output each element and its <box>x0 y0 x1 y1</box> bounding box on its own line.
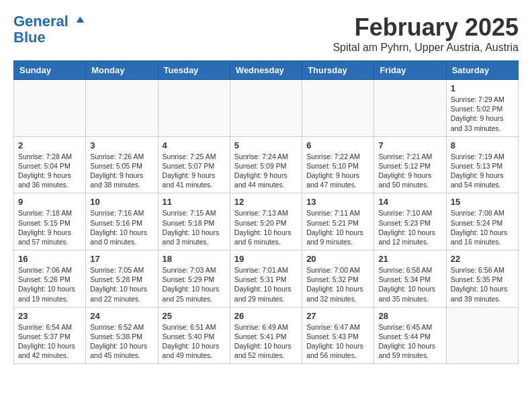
day-info: Sunrise: 6:49 AM Sunset: 5:41 PM Dayligh… <box>234 322 298 361</box>
day-number: 16 <box>18 254 81 264</box>
calendar-cell: 16Sunrise: 7:06 AM Sunset: 5:26 PM Dayli… <box>14 250 86 308</box>
calendar-cell: 10Sunrise: 7:16 AM Sunset: 5:16 PM Dayli… <box>86 193 158 250</box>
calendar-cell: 20Sunrise: 7:00 AM Sunset: 5:32 PM Dayli… <box>302 250 374 308</box>
day-number: 21 <box>378 254 441 264</box>
day-number: 4 <box>163 140 226 150</box>
calendar-cell <box>302 80 374 137</box>
title-block: February 2025 Spital am Pyhrn, Upper Aus… <box>332 13 519 54</box>
day-number: 22 <box>451 254 514 264</box>
day-number: 8 <box>451 140 514 150</box>
calendar-cell: 4Sunrise: 7:25 AM Sunset: 5:07 PM Daylig… <box>158 136 230 193</box>
week-row-5: 23Sunrise: 6:54 AM Sunset: 5:37 PM Dayli… <box>14 307 519 364</box>
subtitle: Spital am Pyhrn, Upper Austria, Austria <box>332 42 519 54</box>
logo-general: General <box>13 13 69 30</box>
main-title: February 2025 <box>332 13 519 42</box>
calendar-cell <box>14 80 86 137</box>
day-info: Sunrise: 6:52 AM Sunset: 5:38 PM Dayligh… <box>90 322 153 361</box>
day-info: Sunrise: 7:05 AM Sunset: 5:28 PM Dayligh… <box>90 265 153 304</box>
calendar-cell <box>446 307 518 364</box>
weekday-header-monday: Monday <box>86 61 158 80</box>
day-number: 20 <box>306 254 369 264</box>
weekday-header-row: SundayMondayTuesdayWednesdayThursdayFrid… <box>14 61 519 80</box>
calendar-cell <box>158 80 230 137</box>
logo-blue: Blue <box>13 29 46 46</box>
day-info: Sunrise: 7:01 AM Sunset: 5:31 PM Dayligh… <box>234 265 298 304</box>
day-info: Sunrise: 7:25 AM Sunset: 5:07 PM Dayligh… <box>163 152 226 190</box>
day-info: Sunrise: 6:58 AM Sunset: 5:34 PM Dayligh… <box>378 265 441 304</box>
day-number: 2 <box>18 140 81 150</box>
calendar-cell: 28Sunrise: 6:45 AM Sunset: 5:44 PM Dayli… <box>374 307 446 364</box>
calendar-cell: 9Sunrise: 7:18 AM Sunset: 5:15 PM Daylig… <box>14 193 86 250</box>
calendar-table: SundayMondayTuesdayWednesdayThursdayFrid… <box>13 60 519 364</box>
day-number: 11 <box>163 197 226 207</box>
calendar-cell: 27Sunrise: 6:47 AM Sunset: 5:43 PM Dayli… <box>302 307 374 364</box>
day-info: Sunrise: 7:13 AM Sunset: 5:20 PM Dayligh… <box>234 208 298 246</box>
day-number: 14 <box>378 197 441 207</box>
day-number: 5 <box>234 140 298 150</box>
day-number: 10 <box>90 197 153 207</box>
day-info: Sunrise: 6:54 AM Sunset: 5:37 PM Dayligh… <box>18 322 81 361</box>
day-number: 9 <box>18 197 81 207</box>
day-number: 19 <box>234 254 298 264</box>
day-info: Sunrise: 7:00 AM Sunset: 5:32 PM Dayligh… <box>306 265 369 304</box>
weekday-header-thursday: Thursday <box>302 61 374 80</box>
day-number: 12 <box>234 197 298 207</box>
calendar-cell: 1Sunrise: 7:29 AM Sunset: 5:02 PM Daylig… <box>446 80 518 137</box>
calendar-cell: 15Sunrise: 7:08 AM Sunset: 5:24 PM Dayli… <box>446 193 518 250</box>
calendar-cell: 19Sunrise: 7:01 AM Sunset: 5:31 PM Dayli… <box>230 250 302 308</box>
day-info: Sunrise: 6:47 AM Sunset: 5:43 PM Dayligh… <box>306 322 369 361</box>
weekday-header-friday: Friday <box>374 61 446 80</box>
weekday-header-tuesday: Tuesday <box>158 61 230 80</box>
week-row-1: 1Sunrise: 7:29 AM Sunset: 5:02 PM Daylig… <box>14 80 519 137</box>
day-info: Sunrise: 7:21 AM Sunset: 5:12 PM Dayligh… <box>378 152 441 190</box>
calendar-cell <box>374 80 446 137</box>
day-info: Sunrise: 7:18 AM Sunset: 5:15 PM Dayligh… <box>18 208 81 246</box>
day-info: Sunrise: 7:11 AM Sunset: 5:21 PM Dayligh… <box>306 208 369 246</box>
weekday-header-sunday: Sunday <box>14 61 86 80</box>
calendar-cell: 3Sunrise: 7:26 AM Sunset: 5:05 PM Daylig… <box>86 136 158 193</box>
day-number: 13 <box>306 197 369 207</box>
day-info: Sunrise: 7:10 AM Sunset: 5:23 PM Dayligh… <box>378 208 441 246</box>
weekday-header-wednesday: Wednesday <box>230 61 302 80</box>
page-header: General Blue February 2025 Spital am Pyh… <box>13 13 519 54</box>
calendar-cell: 12Sunrise: 7:13 AM Sunset: 5:20 PM Dayli… <box>230 193 302 250</box>
day-number: 27 <box>306 311 369 321</box>
logo-icon <box>74 14 86 26</box>
calendar-cell: 26Sunrise: 6:49 AM Sunset: 5:41 PM Dayli… <box>230 307 302 364</box>
day-number: 26 <box>234 311 298 321</box>
calendar-cell: 21Sunrise: 6:58 AM Sunset: 5:34 PM Dayli… <box>374 250 446 308</box>
week-row-4: 16Sunrise: 7:06 AM Sunset: 5:26 PM Dayli… <box>14 250 519 308</box>
calendar-cell: 5Sunrise: 7:24 AM Sunset: 5:09 PM Daylig… <box>230 136 302 193</box>
calendar-cell: 7Sunrise: 7:21 AM Sunset: 5:12 PM Daylig… <box>374 136 446 193</box>
day-number: 18 <box>163 254 226 264</box>
day-number: 23 <box>18 311 81 321</box>
day-number: 17 <box>90 254 153 264</box>
day-info: Sunrise: 6:45 AM Sunset: 5:44 PM Dayligh… <box>378 322 441 361</box>
day-number: 25 <box>163 311 226 321</box>
day-number: 24 <box>90 311 153 321</box>
day-number: 6 <box>306 140 369 150</box>
calendar-cell: 24Sunrise: 6:52 AM Sunset: 5:38 PM Dayli… <box>86 307 158 364</box>
day-number: 15 <box>451 197 514 207</box>
day-info: Sunrise: 7:19 AM Sunset: 5:13 PM Dayligh… <box>451 152 514 190</box>
day-info: Sunrise: 7:24 AM Sunset: 5:09 PM Dayligh… <box>234 152 298 190</box>
day-number: 3 <box>90 140 153 150</box>
calendar-cell: 22Sunrise: 6:56 AM Sunset: 5:35 PM Dayli… <box>446 250 518 308</box>
day-info: Sunrise: 7:15 AM Sunset: 5:18 PM Dayligh… <box>163 208 226 246</box>
day-info: Sunrise: 7:29 AM Sunset: 5:02 PM Dayligh… <box>451 95 514 133</box>
calendar-cell: 8Sunrise: 7:19 AM Sunset: 5:13 PM Daylig… <box>446 136 518 193</box>
calendar-cell: 17Sunrise: 7:05 AM Sunset: 5:28 PM Dayli… <box>86 250 158 308</box>
calendar-cell: 11Sunrise: 7:15 AM Sunset: 5:18 PM Dayli… <box>158 193 230 250</box>
calendar-cell: 2Sunrise: 7:28 AM Sunset: 5:04 PM Daylig… <box>14 136 86 193</box>
day-info: Sunrise: 7:22 AM Sunset: 5:10 PM Dayligh… <box>306 152 369 190</box>
day-info: Sunrise: 7:16 AM Sunset: 5:16 PM Dayligh… <box>90 208 153 246</box>
calendar-cell: 6Sunrise: 7:22 AM Sunset: 5:10 PM Daylig… <box>302 136 374 193</box>
calendar-cell <box>86 80 158 137</box>
week-row-3: 9Sunrise: 7:18 AM Sunset: 5:15 PM Daylig… <box>14 193 519 250</box>
day-info: Sunrise: 7:06 AM Sunset: 5:26 PM Dayligh… <box>18 265 81 304</box>
calendar-cell: 18Sunrise: 7:03 AM Sunset: 5:29 PM Dayli… <box>158 250 230 308</box>
day-info: Sunrise: 7:26 AM Sunset: 5:05 PM Dayligh… <box>90 152 153 190</box>
day-info: Sunrise: 7:28 AM Sunset: 5:04 PM Dayligh… <box>18 152 81 190</box>
weekday-header-saturday: Saturday <box>446 61 518 80</box>
day-number: 7 <box>378 140 441 150</box>
